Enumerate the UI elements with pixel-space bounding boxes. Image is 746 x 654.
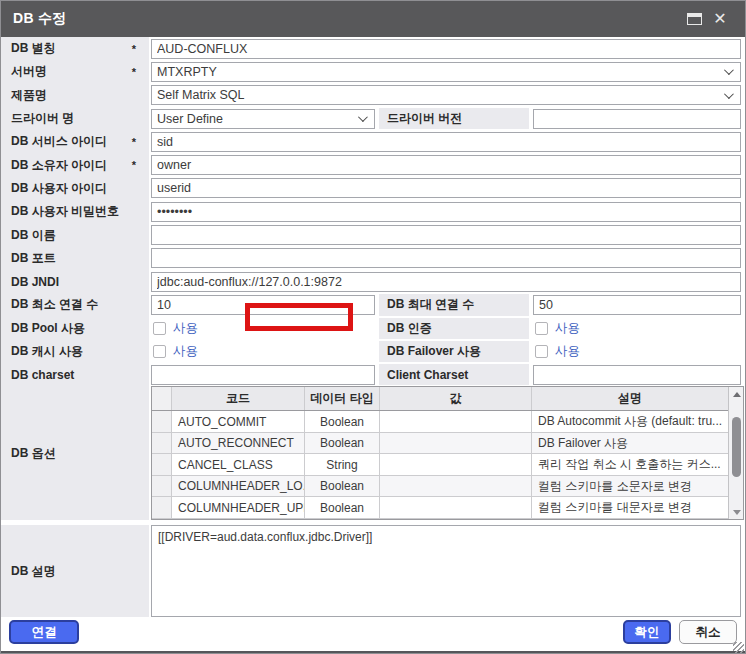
table-cell[interactable] xyxy=(380,433,532,454)
max-connections-label: DB 최대 연결 수 xyxy=(379,294,529,315)
table-row[interactable]: COLUMNHEADER_UPP...Boolean컬럼 스키마를 대문자로 변… xyxy=(152,497,728,519)
table-cell[interactable]: AUTO_RECONNECT xyxy=(172,433,305,454)
db-charset-input[interactable] xyxy=(151,365,375,385)
scroll-down-button[interactable] xyxy=(729,505,744,519)
maximize-icon xyxy=(687,13,702,25)
table-row[interactable]: CANCEL_CLASSString쿼리 작업 취소 시 호출하는 커스... xyxy=(152,454,728,476)
close-button[interactable]: ✕ xyxy=(707,8,733,30)
db-alias-label: DB 별칭* xyxy=(1,37,149,60)
driver-version-label: 드라이버 버전 xyxy=(379,108,529,129)
table-cell[interactable]: COLUMNHEADER_UPP... xyxy=(172,497,305,518)
table-cell[interactable]: Boolean xyxy=(305,476,380,497)
table-cell[interactable] xyxy=(380,454,532,475)
required-asterisk: * xyxy=(132,136,136,148)
service-id-input[interactable] xyxy=(151,132,741,152)
user-id-input[interactable] xyxy=(151,178,741,198)
table-cell[interactable]: Boolean xyxy=(305,497,380,518)
driver-name-select[interactable]: User Define xyxy=(151,109,375,129)
maximize-button[interactable] xyxy=(681,8,707,30)
server-name-select[interactable]: MTXRPTY xyxy=(151,62,741,82)
service-id-label: DB 서비스 아이디* xyxy=(1,130,149,153)
table-cell[interactable] xyxy=(380,411,532,432)
table-cell[interactable]: Boolean xyxy=(305,411,380,432)
min-connections-input[interactable] xyxy=(151,295,375,315)
row-cache-failover: DB 캐시 사용 사용 DB Failover 사용 사용 xyxy=(1,340,741,363)
chevron-down-icon xyxy=(358,112,368,122)
table-cell[interactable] xyxy=(380,476,532,497)
product-name-select[interactable]: Self Matrix SQL xyxy=(151,85,741,105)
password-label: DB 사용자 비밀번호 xyxy=(1,200,149,223)
table-cell[interactable]: DB Failover 사용 xyxy=(532,433,728,454)
client-charset-input[interactable] xyxy=(533,365,741,385)
table-cell[interactable]: DB Autocommit 사용 (default: tru... xyxy=(532,411,728,432)
driver-version-input[interactable] xyxy=(533,109,741,129)
table-cell[interactable] xyxy=(380,497,532,518)
titlebar[interactable]: DB 수정 ✕ xyxy=(1,1,745,37)
max-connections-input[interactable] xyxy=(533,295,741,315)
table-cell[interactable]: 쿼리 작업 취소 시 호출하는 커스... xyxy=(532,454,728,475)
owner-id-label: DB 소유자 아이디* xyxy=(1,153,149,176)
row-db-options: DB 옵션 코드 데이터 타입 값 설명 AUTO_COMMITBooleanD… xyxy=(1,386,741,520)
scroll-up-button[interactable] xyxy=(729,387,744,401)
client-charset-label: Client Charset xyxy=(379,364,529,385)
cache-checkbox[interactable] xyxy=(153,345,166,358)
db-edit-dialog: DB 수정 ✕ DB 별칭* 서버명* MTXRPTY 제품명 Self Mat… xyxy=(0,0,746,654)
cancel-button[interactable]: 취소 xyxy=(679,620,737,644)
close-icon: ✕ xyxy=(713,11,726,27)
triangle-down-icon xyxy=(733,510,741,515)
row-db-description: DB 설명 [[DRIVER=aud.data.conflux.jdbc.Dri… xyxy=(1,525,741,617)
table-cell[interactable]: String xyxy=(305,454,380,475)
table-cell[interactable]: AUTO_COMMIT xyxy=(172,411,305,432)
table-header-value: 값 xyxy=(380,387,532,410)
failover-checkbox-label: 사용 xyxy=(555,343,580,360)
table-row[interactable]: AUTO_COMMITBooleanDB Autocommit 사용 (defa… xyxy=(152,411,728,433)
connect-button[interactable]: 연결 xyxy=(9,620,79,644)
table-cell[interactable]: Boolean xyxy=(305,433,380,454)
table-cell[interactable] xyxy=(152,433,172,454)
required-asterisk: * xyxy=(132,66,136,78)
table-cell[interactable] xyxy=(152,411,172,432)
table-header-row: 코드 데이터 타입 값 설명 xyxy=(152,387,728,411)
table-cell[interactable]: 컬럼 스키마를 대문자로 변경 xyxy=(532,497,728,518)
min-connections-label: DB 최소 연결 수 xyxy=(1,293,149,316)
db-description-textarea[interactable]: [[DRIVER=aud.data.conflux.jdbc.Driver]] xyxy=(151,525,741,617)
db-name-input[interactable] xyxy=(151,225,741,245)
required-asterisk: * xyxy=(132,43,136,55)
user-id-label: DB 사용자 아이디 xyxy=(1,177,149,200)
row-user-id: DB 사용자 아이디 xyxy=(1,177,741,200)
table-cell[interactable] xyxy=(152,476,172,497)
table-scrollbar[interactable] xyxy=(728,387,743,519)
scrollbar-thumb[interactable] xyxy=(732,417,741,477)
row-password: DB 사용자 비밀번호 xyxy=(1,200,741,223)
failover-checkbox[interactable] xyxy=(535,345,548,358)
cache-checkbox-label: 사용 xyxy=(173,343,198,360)
pool-checkbox[interactable] xyxy=(153,322,166,335)
row-pool-auth: DB Pool 사용 사용 DB 인증 사용 xyxy=(1,317,741,340)
table-cell[interactable]: COLUMNHEADER_LO... xyxy=(172,476,305,497)
form-area: DB 별칭* 서버명* MTXRPTY 제품명 Self Matrix SQL … xyxy=(1,37,745,617)
db-name-label: DB 이름 xyxy=(1,223,149,246)
row-owner-id: DB 소유자 아이디* xyxy=(1,153,741,176)
db-port-label: DB 포트 xyxy=(1,247,149,270)
table-row[interactable]: COLUMNHEADER_LO...Boolean컬럼 스키마를 소문자로 변경 xyxy=(152,476,728,498)
row-product-name: 제품명 Self Matrix SQL xyxy=(1,84,741,107)
table-cell[interactable]: 컬럼 스키마를 소문자로 변경 xyxy=(532,476,728,497)
table-cell[interactable] xyxy=(152,497,172,518)
db-options-label: DB 옵션 xyxy=(1,386,149,520)
auth-checkbox-label: 사용 xyxy=(555,320,580,337)
jndi-input[interactable] xyxy=(151,272,741,292)
auth-checkbox[interactable] xyxy=(535,322,548,335)
db-alias-input[interactable] xyxy=(151,39,741,59)
server-name-label: 서버명* xyxy=(1,60,149,83)
ok-button[interactable]: 확인 xyxy=(623,620,671,644)
row-connections: DB 최소 연결 수 DB 최대 연결 수 xyxy=(1,293,741,316)
owner-id-input[interactable] xyxy=(151,155,741,175)
table-cell[interactable]: CANCEL_CLASS xyxy=(172,454,305,475)
row-db-alias: DB 별칭* xyxy=(1,37,741,60)
table-row[interactable]: AUTO_RECONNECTBooleanDB Failover 사용 xyxy=(152,433,728,455)
table-cell[interactable] xyxy=(152,454,172,475)
resize-grip[interactable] xyxy=(733,642,744,653)
db-port-input[interactable] xyxy=(151,248,741,268)
password-input[interactable] xyxy=(151,202,741,222)
db-description-label: DB 설명 xyxy=(1,525,149,617)
